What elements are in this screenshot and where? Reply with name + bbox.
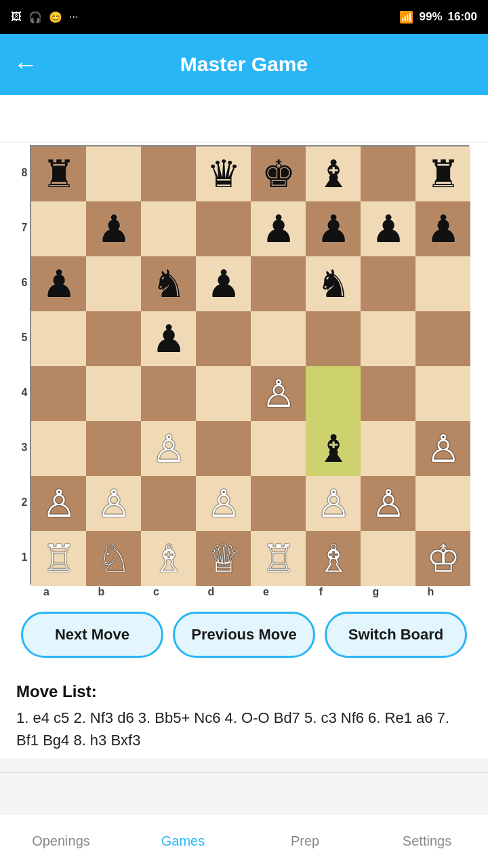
cell-b6[interactable]: [86, 256, 141, 311]
piece-white-knight-b1: ♘: [97, 540, 131, 578]
cell-b5[interactable]: [86, 311, 141, 366]
bottom-nav: Openings Games Prep Settings: [0, 814, 488, 868]
cell-f2[interactable]: ♙: [306, 476, 361, 531]
battery-text: 99%: [419, 10, 442, 24]
piece-white-queen-d1: ♕: [207, 540, 241, 578]
cell-h1[interactable]: ♔: [415, 531, 470, 586]
image-icon: 🖼: [11, 11, 22, 23]
cell-d2[interactable]: ♙: [196, 476, 251, 531]
cell-c4[interactable]: [141, 366, 196, 421]
cell-h4[interactable]: [415, 366, 470, 421]
chess-board: ♜ ♛ ♚ ♝ ♜ ♟ ♟ ♟: [30, 145, 469, 585]
cell-e3[interactable]: [251, 421, 306, 476]
cell-d8[interactable]: ♛: [196, 146, 251, 201]
cell-h2[interactable]: [415, 476, 470, 531]
piece-white-rook-e1: ♖: [262, 540, 296, 578]
piece-white-bishop-f1: ♗: [317, 540, 350, 578]
cell-a2[interactable]: ♙: [31, 476, 86, 531]
piece-white-pawn-h3: ♙: [426, 430, 460, 468]
cell-b7[interactable]: ♟: [86, 201, 141, 256]
cell-g4[interactable]: [361, 366, 415, 421]
status-left: 🖼 🎧 😊 ···: [11, 11, 78, 24]
chess-board-container: 8 7 6 5 4 3 2 1 ♜ ♛ ♚ ♝: [0, 142, 488, 599]
cell-c2[interactable]: [141, 476, 196, 531]
cell-f5[interactable]: [306, 311, 361, 366]
cell-h6[interactable]: [415, 256, 470, 311]
cell-b1[interactable]: ♘: [86, 531, 141, 586]
cell-h5[interactable]: [415, 311, 470, 366]
cell-g5[interactable]: [361, 311, 415, 366]
cell-e8[interactable]: ♚: [251, 146, 306, 201]
previous-move-button[interactable]: Previous Move: [173, 612, 315, 658]
cell-e2[interactable]: [251, 476, 306, 531]
cell-g6[interactable]: [361, 256, 415, 311]
cell-a7[interactable]: [31, 201, 86, 256]
info-bar: [0, 95, 488, 142]
emoji-icon: 😊: [49, 11, 62, 24]
file-labels: a b c d e f g h: [19, 585, 458, 599]
cell-d6[interactable]: ♟: [196, 256, 251, 311]
cell-g3[interactable]: [361, 421, 415, 476]
cell-h3[interactable]: ♙: [415, 421, 470, 476]
piece-white-pawn-f2: ♙: [317, 485, 350, 523]
piece-white-pawn-a2: ♙: [42, 485, 76, 523]
cell-c1[interactable]: ♗: [141, 531, 196, 586]
cell-e1[interactable]: ♖: [251, 531, 306, 586]
cell-e6[interactable]: [251, 256, 306, 311]
cell-a1[interactable]: ♖: [31, 531, 86, 586]
cell-g2[interactable]: ♙: [361, 476, 415, 531]
cell-g1[interactable]: [361, 531, 415, 586]
action-buttons: Next Move Previous Move Switch Board: [0, 599, 488, 670]
cell-h8[interactable]: ♜: [415, 146, 470, 201]
cell-e5[interactable]: [251, 311, 306, 366]
cell-c6[interactable]: ♞: [141, 256, 196, 311]
piece-black-rook-a8: ♜: [42, 155, 76, 193]
back-button[interactable]: ←: [14, 52, 38, 77]
nav-item-settings[interactable]: Settings: [366, 827, 488, 856]
cell-f3[interactable]: ♝: [306, 421, 361, 476]
piece-white-king-h1: ♔: [426, 540, 460, 578]
header: ← Master Game: [0, 34, 488, 95]
cell-c7[interactable]: [141, 201, 196, 256]
time-text: 16:00: [448, 10, 477, 24]
cell-a8[interactable]: ♜: [31, 146, 86, 201]
cell-d5[interactable]: [196, 311, 251, 366]
piece-white-pawn-e4: ♙: [262, 375, 296, 413]
cell-b8[interactable]: [86, 146, 141, 201]
cell-e7[interactable]: ♟: [251, 201, 306, 256]
piece-black-pawn-f7: ♟: [317, 210, 350, 248]
nav-item-games[interactable]: Games: [122, 827, 244, 856]
piece-black-knight-c6: ♞: [152, 265, 186, 303]
cell-f4[interactable]: [306, 366, 361, 421]
cell-a6[interactable]: ♟: [31, 256, 86, 311]
piece-white-bishop-c1: ♗: [152, 540, 186, 578]
headset-icon: 🎧: [28, 11, 42, 24]
cell-g7[interactable]: ♟: [361, 201, 415, 256]
cell-b4[interactable]: [86, 366, 141, 421]
cell-c8[interactable]: [141, 146, 196, 201]
status-bar: 🖼 🎧 😊 ··· 📶 99% 16:00: [0, 0, 488, 34]
cell-d4[interactable]: [196, 366, 251, 421]
cell-g8[interactable]: [361, 146, 415, 201]
next-move-button[interactable]: Next Move: [21, 612, 163, 658]
piece-white-pawn-c3: ♙: [152, 430, 186, 468]
nav-item-openings[interactable]: Openings: [0, 827, 122, 856]
cell-d7[interactable]: [196, 201, 251, 256]
cell-c3[interactable]: ♙: [141, 421, 196, 476]
cell-b3[interactable]: [86, 421, 141, 476]
cell-a4[interactable]: [31, 366, 86, 421]
cell-f1[interactable]: ♗: [306, 531, 361, 586]
cell-f8[interactable]: ♝: [306, 146, 361, 201]
cell-a3[interactable]: [31, 421, 86, 476]
cell-f7[interactable]: ♟: [306, 201, 361, 256]
cell-d1[interactable]: ♕: [196, 531, 251, 586]
cell-e4[interactable]: ♙: [251, 366, 306, 421]
switch-board-button[interactable]: Switch Board: [325, 612, 467, 658]
cell-b2[interactable]: ♙: [86, 476, 141, 531]
cell-a5[interactable]: [31, 311, 86, 366]
cell-h7[interactable]: ♟: [415, 201, 470, 256]
cell-d3[interactable]: [196, 421, 251, 476]
cell-c5[interactable]: ♟: [141, 311, 196, 366]
cell-f6[interactable]: ♞: [306, 256, 361, 311]
nav-item-prep[interactable]: Prep: [244, 827, 366, 856]
